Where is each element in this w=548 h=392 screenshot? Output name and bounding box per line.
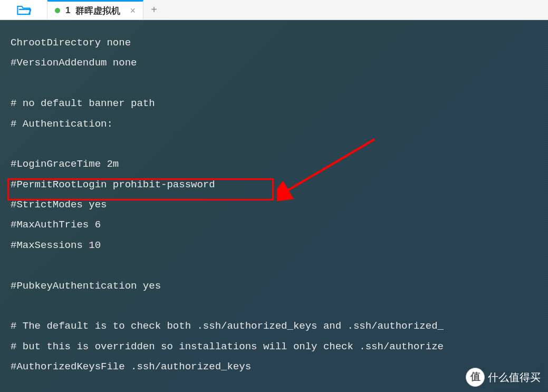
- tab-close-button[interactable]: ×: [130, 5, 136, 16]
- code-line: ChrootDirectory none: [11, 33, 537, 53]
- watermark-badge-icon: 值: [466, 368, 485, 387]
- code-line: #MaxSessions 10: [11, 235, 537, 255]
- watermark-text: 什么值得买: [488, 367, 541, 388]
- tab-title: 群晖虚拟机: [75, 5, 120, 17]
- new-tab-button[interactable]: +: [143, 0, 165, 20]
- code-line: #StrictModes yes: [11, 195, 537, 215]
- code-line: # Authentication:: [11, 114, 537, 134]
- code-line: [11, 296, 537, 316]
- tab-bar: 1 群晖虚拟机 × +: [0, 0, 548, 20]
- code-line: [11, 73, 537, 93]
- code-line: #MaxAuthTries 6: [11, 215, 537, 235]
- code-line: [11, 255, 537, 275]
- active-tab[interactable]: 1 群晖虚拟机 ×: [47, 0, 143, 20]
- status-dot-icon: [55, 8, 60, 13]
- folder-icon: [16, 4, 31, 16]
- open-folder-button[interactable]: [0, 0, 47, 20]
- editor-area[interactable]: ChrootDirectory none #VersionAddendum no…: [0, 20, 548, 392]
- code-line: #AuthorizedKeysFile .ssh/authorized_keys: [11, 357, 537, 377]
- code-line: # no default banner path: [11, 93, 537, 113]
- code-line: # but this is overridden so installation…: [11, 337, 537, 357]
- code-line: # The default is to check both .ssh/auth…: [11, 316, 537, 336]
- code-line: #PubkeyAuthentication yes: [11, 276, 537, 296]
- tab-number: 1: [65, 5, 70, 16]
- code-line: [11, 134, 537, 154]
- code-line: #VersionAddendum none: [11, 53, 537, 73]
- code-line: #LoginGraceTime 2m: [11, 154, 537, 174]
- watermark: 值 什么值得买: [466, 367, 541, 388]
- code-line: #PermitRootLogin prohibit-password: [11, 175, 537, 195]
